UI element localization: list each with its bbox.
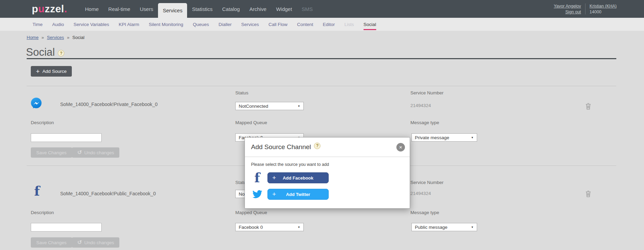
- delete-source-button[interactable]: [586, 190, 591, 197]
- customer-info: Kristian (KHA) 14000: [590, 4, 617, 14]
- undo-icon: ↺: [77, 150, 82, 155]
- facebook-icon: f: [251, 171, 263, 184]
- main-nav: Home Real-time Users Services Statistics…: [80, 0, 318, 18]
- service-number-label: Service Number: [410, 90, 444, 95]
- breadcrumb-home-link[interactable]: Home: [27, 35, 39, 40]
- mapped-queue-select-value: Facebook 0: [239, 225, 263, 230]
- modal-body: Please select the source you want to add…: [245, 157, 410, 200]
- add-facebook-button[interactable]: + Add Facebook: [267, 172, 329, 183]
- message-type-label: Message type: [410, 120, 439, 125]
- add-facebook-label: Add Facebook: [283, 175, 314, 181]
- add-twitter-label: Add Twitter: [286, 192, 310, 197]
- subnav-item-editor[interactable]: Editor: [323, 22, 335, 27]
- subnav-item-services[interactable]: Services: [241, 22, 259, 27]
- facebook-icon: f: [34, 185, 40, 198]
- modal-help-icon[interactable]: ?: [314, 143, 320, 149]
- nav-item-services[interactable]: Services: [158, 3, 187, 18]
- messenger-icon: [30, 97, 42, 111]
- twitter-option-row: + Add Twitter: [251, 189, 404, 200]
- page: puzzel. Home Real-time Users Services St…: [0, 0, 644, 250]
- subnav-item-audio[interactable]: Audio: [52, 22, 64, 27]
- message-type-select[interactable]: Public message ▼: [411, 223, 477, 231]
- undo-changes-label: Undo changes: [84, 240, 114, 245]
- subnav-item-kpi-alarm[interactable]: KPI Alarm: [119, 22, 139, 27]
- save-changes-button[interactable]: Save Changes: [31, 237, 72, 248]
- trash-icon: [586, 103, 591, 110]
- user-area: Yavor Angelov Sign out Kristian (KHA) 14…: [554, 0, 617, 18]
- description-label: Description: [31, 120, 54, 125]
- nav-item-catalog[interactable]: Catalog: [217, 0, 245, 18]
- description-input[interactable]: [31, 133, 102, 142]
- subnav-item-content[interactable]: Content: [297, 22, 313, 27]
- nav-item-widget[interactable]: Widget: [271, 0, 297, 18]
- save-changes-label: Save Changes: [36, 150, 67, 155]
- nav-item-users[interactable]: Users: [135, 0, 158, 18]
- plus-icon: +: [36, 68, 40, 75]
- subnav-item-call-flow[interactable]: Call Flow: [268, 22, 288, 27]
- nav-item-home[interactable]: Home: [80, 0, 104, 18]
- undo-changes-button[interactable]: ↺ Undo changes: [72, 237, 119, 248]
- save-changes-label: Save Changes: [36, 240, 67, 245]
- logo-part: u: [38, 3, 45, 15]
- logo-part: zzel: [45, 3, 64, 15]
- modal-title: Add Source Channel: [251, 143, 311, 151]
- subnav-item-social[interactable]: Social: [364, 22, 376, 27]
- subnav-item-lists: Lists: [344, 22, 354, 27]
- subnav-item-silent-monitoring[interactable]: Silent Monitoring: [149, 22, 183, 27]
- add-source-channel-modal: Add Source Channel ? ✕ Please select the…: [245, 137, 410, 209]
- save-changes-button[interactable]: Save Changes: [31, 147, 72, 158]
- breadcrumb-separator: »: [67, 35, 69, 40]
- breadcrumb-separator: »: [41, 35, 44, 40]
- customer-link[interactable]: Kristian (KHA): [590, 4, 617, 9]
- plus-icon: +: [272, 174, 276, 182]
- logo-part: .: [64, 3, 67, 15]
- nav-item-sms: SMS: [297, 0, 318, 18]
- mapped-queue-select[interactable]: Facebook 0 ▼: [235, 223, 304, 231]
- subnav-item-time[interactable]: Time: [32, 22, 43, 27]
- mapped-queue-label: Mapped Queue: [235, 120, 267, 125]
- logged-in-user: Yavor Angelov Sign out: [554, 4, 581, 14]
- facebook-option-row: f + Add Facebook: [251, 171, 404, 184]
- subnav-item-queues[interactable]: Queues: [193, 22, 209, 27]
- delete-source-button[interactable]: [586, 103, 591, 110]
- trash-icon: [586, 190, 591, 197]
- title-divider: [27, 58, 616, 59]
- message-type-select-value: Private message: [415, 135, 449, 140]
- service-number-label: Service Number: [410, 180, 444, 185]
- status-select[interactable]: NotConnected ▼: [235, 102, 304, 110]
- services-sub-nav: Time Audio Service Variables KPI Alarm S…: [0, 18, 644, 31]
- nav-item-archive[interactable]: Archive: [245, 0, 271, 18]
- add-twitter-button[interactable]: + Add Twitter: [267, 189, 329, 200]
- description-input[interactable]: [31, 223, 102, 232]
- subnav-item-service-variables[interactable]: Service Variables: [74, 22, 109, 27]
- chevron-down-icon: ▼: [471, 226, 474, 229]
- status-label: Status: [235, 90, 248, 95]
- page-title: Social ?: [26, 46, 64, 58]
- twitter-icon: [251, 190, 263, 198]
- plus-icon: +: [272, 190, 276, 198]
- breadcrumb-services-link[interactable]: Services: [47, 35, 64, 40]
- chevron-down-icon: ▼: [298, 105, 300, 108]
- modal-close-button[interactable]: ✕: [396, 143, 405, 152]
- breadcrumb-current: Social: [73, 35, 84, 40]
- close-icon: ✕: [399, 145, 402, 150]
- nav-item-real-time[interactable]: Real-time: [104, 0, 135, 18]
- breadcrumb: Home » Services » Social: [27, 35, 84, 40]
- description-label: Description: [31, 210, 54, 215]
- page-title-text: Social: [26, 46, 55, 58]
- message-type-select[interactable]: Private message ▼: [411, 133, 477, 142]
- user-name-link[interactable]: Yavor Angelov: [554, 4, 581, 9]
- undo-changes-button[interactable]: ↺ Undo changes: [72, 147, 119, 158]
- status-select-value: NotConnected: [239, 104, 268, 109]
- source-name: SoMe_14000_Facebook!Public_Facebook_0: [60, 191, 156, 196]
- add-source-button[interactable]: + Add Source: [31, 66, 72, 77]
- undo-icon: ↺: [77, 240, 82, 245]
- nav-item-statistics[interactable]: Statistics: [187, 0, 217, 18]
- sign-out-link[interactable]: Sign out: [565, 10, 581, 14]
- puzzel-logo[interactable]: puzzel.: [32, 0, 67, 18]
- service-number-value: 21494324: [410, 103, 431, 108]
- subnav-item-dialler[interactable]: Dialler: [219, 22, 232, 27]
- undo-changes-label: Undo changes: [84, 150, 114, 155]
- logo-part: p: [32, 3, 38, 15]
- page-help-icon[interactable]: ?: [58, 50, 64, 56]
